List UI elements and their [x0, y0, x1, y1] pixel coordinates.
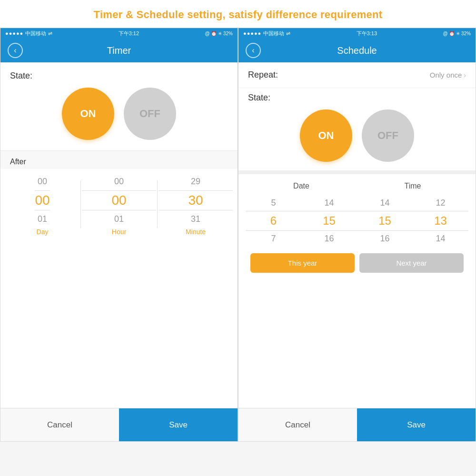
timer-back-button[interactable]: ‹	[8, 43, 23, 58]
timer-status-bar: ●●●●● 中国移动 ⇌ 下午3:12 @ ⏰ ✳ 32%	[0, 28, 238, 39]
schedule-month-picker[interactable]: 14 15 16	[301, 195, 357, 247]
picker-divider-1	[80, 180, 81, 228]
time-display: 下午3:12	[119, 30, 139, 37]
timer-on-button[interactable]: ON	[62, 88, 114, 140]
status-left: ●●●●● 中国移动 ⇌	[5, 30, 52, 37]
hour-selected: 00	[82, 190, 156, 210]
timer-day-picker[interactable]: 00 00 01 Day	[5, 173, 79, 236]
status-icons: @ ⏰ ✳ 32%	[205, 31, 233, 36]
schedule-state-buttons: ON OFF	[248, 109, 466, 162]
sched-month-below: 16	[301, 231, 357, 247]
schedule-minute-picker[interactable]: 12 13 14	[413, 195, 468, 247]
repeat-label: Repeat:	[248, 70, 278, 80]
day-below: 01	[38, 210, 47, 228]
date-header: Date	[246, 182, 357, 190]
signal-dots: ●●●●●	[5, 30, 23, 36]
sched-day-above: 5	[246, 195, 301, 211]
date-time-header-row: Date Time	[246, 179, 468, 195]
schedule-status-bar: ●●●●● 中国移动 ⇌ 下午3:13 @ ⏰ ✳ 32%	[238, 28, 476, 39]
sched-min-selected: 13	[413, 211, 468, 231]
screens-container: ●●●●● 中国移动 ⇌ 下午3:12 @ ⏰ ✳ 32% ‹ Timer St…	[0, 28, 476, 442]
schedule-day-picker[interactable]: 5 6 7	[246, 195, 301, 247]
sched-min-above: 12	[413, 195, 468, 211]
repeat-value: Only once ›	[430, 71, 466, 79]
repeat-value-text: Only once	[430, 71, 462, 79]
timer-after-section: After	[0, 150, 238, 169]
day-unit: Day	[37, 228, 49, 236]
this-year-button[interactable]: This year	[250, 253, 355, 273]
timer-nav-title: Timer	[23, 45, 215, 56]
schedule-time-display: 下午3:13	[357, 30, 377, 37]
timer-screen: ●●●●● 中国移动 ⇌ 下午3:12 @ ⏰ ✳ 32% ‹ Timer St…	[0, 28, 238, 442]
timer-cancel-button[interactable]: Cancel	[0, 411, 119, 439]
schedule-carrier: 中国移动	[263, 30, 284, 37]
sched-hour-above: 14	[357, 195, 413, 211]
schedule-status-icons: @ ⏰ ✳ 32%	[443, 31, 471, 36]
sched-hour-below: 16	[357, 231, 413, 247]
schedule-picker-row: 5 6 7 14 15 16 14 15 16	[246, 195, 468, 247]
timer-save-button[interactable]: Save	[119, 408, 238, 441]
schedule-signal-dots: ●●●●●	[243, 30, 261, 36]
schedule-state-label: State:	[248, 93, 466, 103]
schedule-back-icon: ‹	[252, 46, 254, 55]
timer-nav-bar: ‹ Timer	[0, 39, 238, 62]
schedule-screen: ●●●●● 中国移动 ⇌ 下午3:13 @ ⏰ ✳ 32% ‹ Schedule…	[238, 28, 476, 442]
sched-month-selected: 15	[301, 211, 357, 231]
wifi-icon: ⇌	[48, 30, 52, 37]
schedule-status-left: ●●●●● 中国移动 ⇌	[243, 30, 290, 37]
sched-hour-selected: 15	[357, 211, 413, 231]
sched-day-selected: 6	[246, 211, 301, 231]
page-title: Timer & Schedule setting, satisfy differ…	[0, 0, 476, 28]
minute-selected: 30	[159, 190, 233, 210]
timer-after-label: After	[10, 158, 228, 166]
repeat-chevron-icon: ›	[464, 71, 466, 79]
time-header: Time	[357, 182, 468, 190]
schedule-off-button[interactable]: OFF	[362, 109, 414, 162]
schedule-nav-bar: ‹ Schedule	[238, 39, 476, 62]
sched-day-below: 7	[246, 231, 301, 247]
hour-unit: Hour	[112, 228, 126, 236]
picker-divider-2	[157, 180, 158, 228]
day-selected-row: 00	[35, 190, 50, 210]
year-buttons-container: This year Next year	[246, 247, 468, 277]
schedule-save-button[interactable]: Save	[357, 408, 476, 441]
day-selected: 00	[35, 190, 50, 210]
schedule-wifi-icon: ⇌	[286, 30, 290, 37]
timer-content: State: ON OFF After 00 00	[0, 62, 238, 408]
timer-picker-row: 00 00 01 Day 00 00 01 Hour	[5, 173, 233, 236]
minute-unit: Minute	[186, 228, 206, 236]
sched-min-below: 14	[413, 231, 468, 247]
timer-state-buttons: ON OFF	[10, 88, 228, 140]
schedule-status-right: @ ⏰ ✳ 32%	[443, 31, 471, 36]
schedule-footer: Cancel Save	[238, 408, 476, 441]
schedule-cancel-button[interactable]: Cancel	[238, 411, 357, 439]
carrier-name: 中国移动	[25, 30, 46, 37]
day-above: 00	[38, 173, 47, 190]
schedule-picker-section: Date Time 5 6 7 14 15 16	[238, 174, 476, 408]
hour-below: 01	[114, 210, 124, 228]
timer-state-section: State: ON OFF	[0, 62, 238, 150]
minute-above: 29	[191, 173, 200, 190]
minute-below: 31	[191, 210, 200, 228]
timer-picker-section: 00 00 01 Day 00 00 01 Hour	[0, 169, 238, 408]
schedule-back-button[interactable]: ‹	[246, 43, 261, 58]
schedule-nav-title: Schedule	[261, 45, 453, 56]
timer-footer: Cancel Save	[0, 408, 238, 441]
timer-hour-picker[interactable]: 00 00 01 Hour	[82, 173, 156, 236]
back-icon: ‹	[14, 46, 16, 55]
schedule-state-section: State: ON OFF	[238, 88, 476, 174]
hour-above: 00	[114, 173, 124, 190]
timer-state-label: State:	[10, 71, 228, 81]
schedule-content: Repeat: Only once › State: ON OFF Date	[238, 62, 476, 408]
timer-minute-picker[interactable]: 29 30 31 Minute	[159, 173, 233, 236]
schedule-repeat-section[interactable]: Repeat: Only once ›	[238, 62, 476, 88]
next-year-button[interactable]: Next year	[359, 253, 464, 273]
status-right: @ ⏰ ✳ 32%	[205, 31, 233, 36]
timer-off-button[interactable]: OFF	[124, 88, 176, 140]
schedule-hour-picker[interactable]: 14 15 16	[357, 195, 413, 247]
sched-month-above: 14	[301, 195, 357, 211]
schedule-on-button[interactable]: ON	[300, 109, 352, 162]
